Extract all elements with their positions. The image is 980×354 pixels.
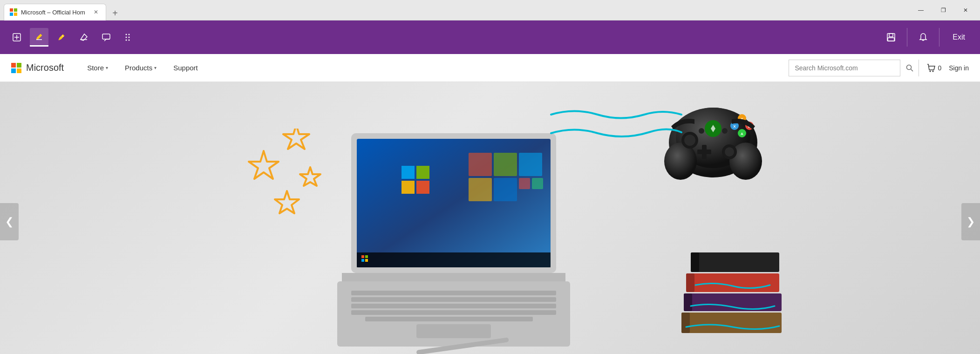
svg-rect-39 [361,255,364,258]
svg-rect-17 [887,34,895,41]
browser-tab-active[interactable]: Microsoft – Official Hom ✕ [4,4,106,20]
nav-right: 0 Sign in [789,60,969,76]
svg-rect-35 [494,178,517,201]
tab-favicon [10,8,17,16]
cart-count: 0 [938,64,941,72]
svg-rect-74 [691,252,699,272]
logo-square-blue [11,68,16,73]
logo-square-green [17,63,21,68]
svg-rect-38 [357,252,551,267]
svg-rect-33 [519,153,542,176]
store-chevron-icon: ▾ [106,65,108,70]
svg-rect-70 [697,150,711,154]
microsoft-logo-grid [11,63,21,73]
close-button[interactable]: ✕ [955,0,976,20]
svg-rect-41 [361,259,364,262]
books-illustration [681,243,784,338]
hero-next-button[interactable]: ❯ [961,203,980,240]
exit-button[interactable]: Exit [945,29,973,45]
svg-rect-10 [102,34,110,39]
tab-close-button[interactable]: ✕ [92,8,100,16]
svg-rect-75 [686,273,779,292]
sign-in-button[interactable]: Sign in [949,64,969,72]
svg-rect-3 [14,13,17,16]
hero-section: ❮ ❯ [0,82,980,354]
tab-bar: Microsoft – Official Hom ✕ + [4,0,122,20]
svg-rect-49 [365,317,533,321]
svg-point-13 [126,40,127,41]
svg-rect-19 [888,38,894,41]
microsoft-logo[interactable]: Microsoft [11,62,64,73]
products-chevron-icon: ▾ [154,65,157,70]
svg-rect-1 [14,8,17,12]
svg-rect-28 [416,166,429,179]
svg-rect-78 [684,293,692,311]
notifications-button[interactable] [913,27,933,48]
svg-rect-31 [469,153,492,176]
svg-rect-34 [469,178,492,201]
svg-point-20 [906,65,911,69]
annotate-icon[interactable] [7,28,26,47]
restore-button[interactable]: ❐ [932,0,954,20]
search-box [789,60,919,76]
svg-rect-80 [681,313,690,333]
svg-point-11 [126,34,127,35]
annotation-toolbar: Exit [0,20,980,54]
window-controls: — ❐ ✕ [910,0,976,20]
erase-icon[interactable] [75,28,93,47]
microsoft-nav: Microsoft Store ▾ Products ▾ Support [0,54,980,82]
hero-prev-button[interactable]: ❮ [0,203,19,240]
toolbar-separator [907,28,907,47]
svg-rect-2 [10,13,13,16]
save-annotation-button[interactable] [881,27,901,48]
search-button[interactable] [900,60,919,76]
more-tools-icon[interactable] [119,28,138,47]
svg-rect-46 [351,297,556,302]
svg-rect-79 [681,313,782,333]
svg-point-16 [129,40,130,41]
svg-point-22 [930,70,931,72]
title-bar: Microsoft – Official Hom ✕ + — ❐ ✕ [0,0,980,20]
svg-rect-0 [10,8,13,12]
browser-chrome: Microsoft – Official Hom ✕ + — ❐ ✕ [0,0,980,54]
svg-point-71 [722,128,728,134]
microsoft-text: Microsoft [26,62,64,73]
svg-rect-29 [402,181,415,194]
svg-rect-48 [351,310,556,315]
wavy-lines-annotation [546,101,686,168]
svg-rect-43 [342,273,565,282]
svg-point-14 [129,34,130,35]
svg-rect-37 [532,178,543,189]
highlight-icon[interactable] [30,28,48,47]
svg-line-21 [911,69,913,71]
nav-products[interactable]: Products ▾ [116,54,165,82]
svg-rect-32 [494,153,517,176]
svg-point-15 [129,37,130,38]
minimize-button[interactable]: — [910,0,932,20]
svg-rect-42 [365,259,368,262]
comment-icon[interactable] [97,28,116,47]
nav-store[interactable]: Store ▾ [79,54,116,82]
nav-support[interactable]: Support [165,54,206,82]
svg-rect-73 [691,252,779,272]
svg-rect-45 [351,291,556,295]
svg-rect-18 [889,34,893,37]
search-input[interactable] [789,64,900,72]
tab-title: Microsoft – Official Hom [21,9,85,16]
new-tab-button[interactable]: + [108,7,122,20]
svg-rect-50 [416,324,491,338]
svg-point-60 [725,147,734,157]
logo-square-yellow [17,68,21,73]
svg-rect-30 [416,181,429,194]
svg-text:A: A [741,132,743,136]
cart-button[interactable]: 0 [926,63,941,73]
filter-icon[interactable] [52,28,71,47]
svg-point-23 [932,70,934,72]
svg-point-72 [699,128,704,134]
logo-square-red [11,63,16,68]
svg-rect-47 [351,304,556,308]
svg-rect-76 [686,273,694,292]
svg-rect-27 [402,166,415,179]
svg-text:X: X [733,124,736,129]
toolbar-separator-2 [939,28,939,47]
